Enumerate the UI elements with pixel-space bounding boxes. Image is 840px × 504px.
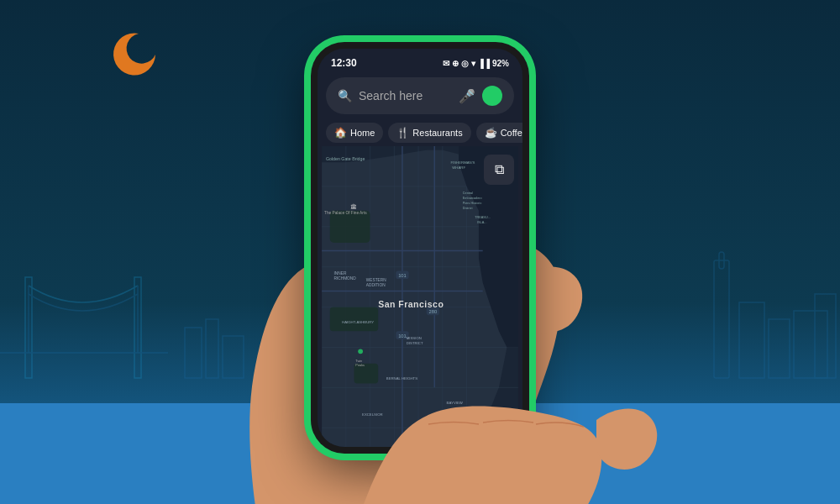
svg-rect-10 [739,302,764,378]
svg-text:The Palace Of Fine Arts: The Palace Of Fine Arts [324,211,367,215]
layers-icon: ⧉ [495,162,504,177]
svg-text:🏛: 🏛 [350,203,357,211]
status-time: 12:30 [331,57,357,69]
phone-container: 12:30 ✉ ⊕ ◎ ▾ ▐▐ 92% 🔍 Search here 🎤 [260,8,580,496]
svg-rect-12 [794,311,827,378]
account-dot[interactable] [482,86,502,106]
wifi-icon: ▾ [471,59,475,68]
signal-icon: ▐▐ [478,59,490,68]
vpn-icon: ◎ [461,59,469,68]
status-icons: ✉ ⊕ ◎ ▾ ▐▐ 92% [443,59,509,68]
search-prefix-icon: 🔍 [338,89,352,102]
coffee-chip-icon: ☕ [485,127,497,139]
search-placeholder: Search here [359,89,452,102]
home-chip-label: Home [350,128,375,138]
svg-rect-13 [815,294,836,378]
search-bar[interactable]: 🔍 Search here 🎤 [326,77,514,114]
home-chip[interactable]: 🏠 Home [326,123,383,143]
svg-text:WHARF: WHARF [452,165,465,170]
coffee-chip-label: Coffee [501,128,522,138]
email-icon: ✉ [443,59,449,68]
svg-text:District: District [463,207,474,210]
svg-text:ISLA...: ISLA... [477,221,487,224]
restaurants-chip[interactable]: 🍴 Restaurants [388,123,470,143]
svg-text:Golden Gate Bridge: Golden Gate Bridge [326,156,365,161]
svg-text:Central: Central [463,192,473,195]
quick-access-chips: 🏠 Home 🍴 Restaurants ☕ Coffee 🍸 B [318,119,522,146]
status-bar: 12:30 ✉ ⊕ ◎ ▾ ▐▐ 92% [318,49,522,72]
svg-text:FISHERMAN'S: FISHERMAN'S [450,160,475,165]
mic-icon[interactable]: 🎤 [459,88,475,104]
svg-text:Embarcadero: Embarcadero [463,197,482,200]
moon-icon [109,25,168,84]
coffee-chip[interactable]: ☕ Coffee [476,123,522,143]
hand-front [344,269,680,504]
svg-rect-8 [714,260,729,378]
svg-rect-11 [769,319,790,378]
svg-text:TREASU...: TREASU... [475,216,491,219]
location-icon: ⊕ [452,59,459,68]
svg-text:Piers Historic: Piers Historic [463,202,482,205]
battery-icon: 92% [492,59,509,68]
restaurants-chip-label: Restaurants [412,128,462,138]
home-chip-icon: 🏠 [334,127,347,139]
restaurants-chip-icon: 🍴 [396,127,409,139]
layer-button[interactable]: ⧉ [484,155,514,185]
